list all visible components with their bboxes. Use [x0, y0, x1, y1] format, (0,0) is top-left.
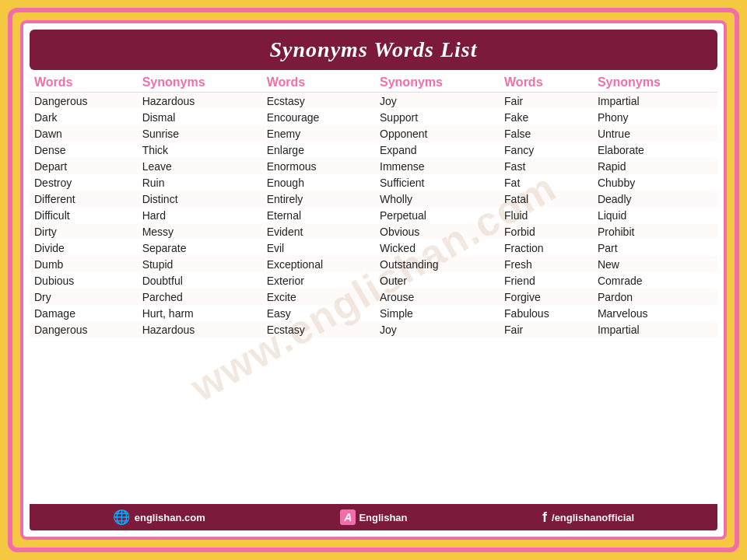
- cell-w3-1: Fake: [500, 109, 593, 125]
- footer-website: 🌐 englishan.com: [113, 509, 205, 526]
- cell-s2-12: Arouse: [375, 289, 500, 305]
- cell-s2-13: Simple: [375, 305, 500, 321]
- cell-s3-11: Comrade: [593, 272, 717, 289]
- cell-w2-13: Easy: [262, 305, 375, 321]
- table-row: DestroyRuinEnoughSufficientFatChubby: [30, 174, 717, 191]
- cell-s3-9: Part: [593, 240, 717, 256]
- cell-w1-11: Dubious: [30, 272, 138, 289]
- cell-w1-8: Dirty: [30, 223, 138, 240]
- cell-s1-11: Doubtful: [138, 272, 262, 289]
- cell-w1-1: Dark: [30, 109, 138, 125]
- table-row: DifficultHardEternalPerpetualFluidLiquid: [30, 207, 717, 223]
- table-row: DifferentDistinctEntirelyWhollyFatalDead…: [30, 191, 717, 207]
- cell-s1-13: Hurt, harm: [138, 305, 262, 321]
- cell-s3-10: New: [593, 256, 717, 272]
- cell-s2-6: Wholly: [375, 191, 500, 207]
- cell-w2-0: Ecstasy: [262, 93, 375, 110]
- column-header-w1: Words: [30, 73, 138, 93]
- footer-brand: A Englishan: [340, 509, 407, 525]
- cell-s1-6: Distinct: [138, 191, 262, 207]
- cell-s1-9: Separate: [138, 240, 262, 256]
- cell-w3-0: Fair: [500, 93, 593, 110]
- cell-s1-14: Hazardous: [138, 321, 262, 338]
- cell-s2-0: Joy: [375, 93, 500, 110]
- cell-w1-4: Depart: [30, 158, 138, 174]
- cell-w1-10: Dumb: [30, 256, 138, 272]
- cell-w1-6: Different: [30, 191, 138, 207]
- cell-w1-3: Dense: [30, 142, 138, 158]
- cell-s2-1: Support: [375, 109, 500, 125]
- cell-w2-9: Evil: [262, 240, 375, 256]
- cell-s2-5: Sufficient: [375, 174, 500, 191]
- cell-w3-14: Fair: [500, 321, 593, 338]
- cell-w3-7: Fluid: [500, 207, 593, 223]
- cell-s3-14: Impartial: [593, 321, 717, 338]
- globe-icon: 🌐: [113, 509, 130, 526]
- cell-s1-3: Thick: [138, 142, 262, 158]
- table-row: DepartLeaveEnormousImmenseFastRapid: [30, 158, 717, 174]
- cell-w1-0: Dangerous: [30, 93, 138, 110]
- column-header-s1: Synonyms: [138, 73, 262, 93]
- inner-card: Synonyms Words List www.englishan.com Wo…: [20, 20, 727, 540]
- cell-w3-11: Friend: [500, 272, 593, 289]
- cell-s3-7: Liquid: [593, 207, 717, 223]
- cell-w2-8: Evident: [262, 223, 375, 240]
- cell-w2-2: Enemy: [262, 125, 375, 142]
- cell-w3-6: Fatal: [500, 191, 593, 207]
- cell-w3-10: Fresh: [500, 256, 593, 272]
- cell-w2-1: Encourage: [262, 109, 375, 125]
- brand-label: Englishan: [359, 512, 407, 523]
- social-label: /englishanofficial: [552, 512, 634, 523]
- cell-s2-8: Obvious: [375, 223, 500, 240]
- column-header-w3: Words: [500, 73, 593, 93]
- cell-w3-4: Fast: [500, 158, 593, 174]
- cell-w2-6: Entirely: [262, 191, 375, 207]
- cell-s2-3: Expand: [375, 142, 500, 158]
- cell-w2-4: Enormous: [262, 158, 375, 174]
- website-label: englishan.com: [135, 512, 205, 523]
- cell-w1-14: Dangerous: [30, 321, 138, 338]
- cell-w3-9: Fraction: [500, 240, 593, 256]
- cell-s1-10: Stupid: [138, 256, 262, 272]
- cell-w2-3: Enlarge: [262, 142, 375, 158]
- table-row: DarkDismalEncourageSupportFakePhony: [30, 109, 717, 125]
- cell-s2-9: Wicked: [375, 240, 500, 256]
- table-row: DangerousHazardousEcstasyJoyFairImpartia…: [30, 321, 717, 338]
- cell-s3-13: Marvelous: [593, 305, 717, 321]
- cell-w3-13: Fabulous: [500, 305, 593, 321]
- cell-w2-10: Exceptional: [262, 256, 375, 272]
- cell-s1-12: Parched: [138, 289, 262, 305]
- cell-w2-11: Exterior: [262, 272, 375, 289]
- column-header-w2: Words: [262, 73, 375, 93]
- cell-s1-8: Messy: [138, 223, 262, 240]
- cell-w1-13: Damage: [30, 305, 138, 321]
- cell-w3-3: Fancy: [500, 142, 593, 158]
- table-row: DumbStupidExceptionalOutstandingFreshNew: [30, 256, 717, 272]
- title-bar: Synonyms Words List: [30, 30, 717, 70]
- outer-border: Synonyms Words List www.englishan.com Wo…: [8, 8, 739, 552]
- cell-s1-4: Leave: [138, 158, 262, 174]
- facebook-icon: f: [542, 509, 547, 526]
- cell-s3-5: Chubby: [593, 174, 717, 191]
- cell-w3-8: Forbid: [500, 223, 593, 240]
- table-row: DangerousHazardousEcstasyJoyFairImpartia…: [30, 93, 717, 110]
- cell-s1-2: Sunrise: [138, 125, 262, 142]
- cell-s2-10: Outstanding: [375, 256, 500, 272]
- cell-s1-0: Hazardous: [138, 93, 262, 110]
- footer-social: f /englishanofficial: [542, 509, 634, 526]
- cell-s2-4: Immense: [375, 158, 500, 174]
- cell-s1-7: Hard: [138, 207, 262, 223]
- cell-s2-14: Joy: [375, 321, 500, 338]
- cell-s3-12: Pardon: [593, 289, 717, 305]
- cell-w3-5: Fat: [500, 174, 593, 191]
- synonyms-table: WordsSynonymsWordsSynonymsWordsSynonyms …: [30, 73, 717, 338]
- cell-s2-11: Outer: [375, 272, 500, 289]
- cell-s3-6: Deadly: [593, 191, 717, 207]
- column-header-s2: Synonyms: [375, 73, 500, 93]
- cell-w1-12: Dry: [30, 289, 138, 305]
- cell-s3-4: Rapid: [593, 158, 717, 174]
- table-row: DubiousDoubtfulExteriorOuterFriendComrad…: [30, 272, 717, 289]
- table-row: DenseThickEnlargeExpandFancyElaborate: [30, 142, 717, 158]
- table-row: DivideSeparateEvilWickedFractionPart: [30, 240, 717, 256]
- footer: 🌐 englishan.com A Englishan f /englishan…: [30, 504, 717, 530]
